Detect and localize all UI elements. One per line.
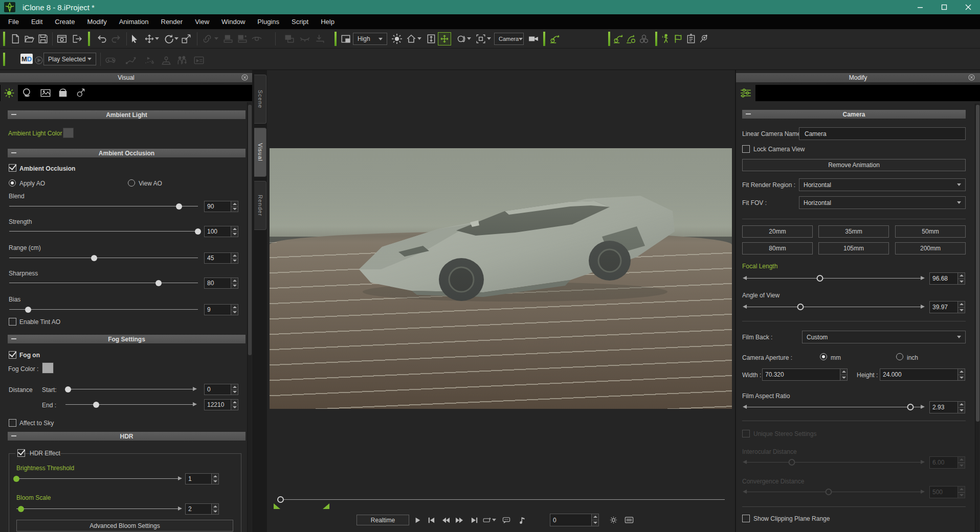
fog-settings-section-header[interactable]: Fog Settings [8,335,246,343]
scrollbar-thumb[interactable] [976,105,979,422]
spin-up-button[interactable] [231,384,238,390]
bloom-scale-slider[interactable] [16,506,178,512]
frame-number-spinbox[interactable]: 0 [550,514,599,526]
spin-down-button[interactable] [231,259,238,264]
spin-up-button[interactable] [592,514,598,520]
save-project-icon[interactable] [36,32,50,45]
spin-down-button[interactable] [231,405,238,410]
film-aspect-ratio-slider[interactable] [747,404,921,410]
spin-up-button[interactable] [231,278,238,284]
menu-create[interactable]: Create [49,14,81,29]
menu-help[interactable]: Help [315,14,341,29]
go-to-end-button[interactable] [470,515,480,525]
render-view[interactable] [270,148,732,409]
spin-down-button[interactable] [231,207,238,212]
motion-director-logo[interactable]: MD [20,54,33,64]
close-icon[interactable] [241,74,248,81]
focal-20mm-button[interactable]: 20mm [742,225,813,238]
range-end-marker[interactable] [323,503,329,509]
spin-up-button[interactable] [958,273,965,279]
fog-end-spinbox[interactable]: 12210 [204,399,238,410]
blend-spinbox[interactable]: 90 [204,201,238,212]
fog-color-swatch[interactable] [42,362,54,374]
constraint-pin-icon[interactable] [697,32,710,45]
lens-tab-icon[interactable] [18,85,36,101]
viewport[interactable]: Realtime 0 [267,70,735,532]
physics-curve-icon[interactable] [548,32,562,45]
timeline-playhead[interactable] [277,496,284,503]
spin-down-button[interactable] [958,375,965,381]
focal-length-spinbox[interactable]: 96.68 [929,272,965,285]
strength-spinbox[interactable]: 100 [204,226,238,237]
film-aspect-ratio-value[interactable]: 2.93 [930,402,957,413]
slider-handle[interactable] [816,275,823,282]
menu-window[interactable]: Window [215,14,251,29]
spin-down-button[interactable] [212,479,218,484]
slider-handle[interactable] [155,280,162,286]
slider-track[interactable] [747,278,921,279]
spin-up-button[interactable] [958,302,965,308]
spin-down-button[interactable] [958,308,965,313]
rotate-tool-icon[interactable] [162,32,175,45]
enable-tint-ao-checkbox[interactable] [9,318,16,326]
slider-handle[interactable] [25,307,31,313]
ambient-light-section-header[interactable]: Ambient Light [8,110,246,119]
bias-spinbox[interactable]: 9 [204,304,238,315]
undo-icon[interactable] [95,32,108,45]
slider-handle[interactable] [13,476,19,482]
play-button[interactable] [413,515,423,525]
slider-track[interactable] [16,508,178,509]
menu-animation[interactable]: Animation [113,14,155,29]
focal-length-slider[interactable] [747,275,921,282]
collapse-icon[interactable] [746,113,751,114]
affect-to-sky-checkbox[interactable] [9,419,16,427]
caption-button[interactable] [501,515,511,525]
film-height-value[interactable]: 24.000 [880,369,957,380]
film-height-spinbox[interactable]: 24.000 [880,368,965,381]
slider-handle[interactable] [176,203,182,210]
slider-track[interactable] [9,309,198,310]
spin-up-button[interactable] [231,253,238,259]
aperture-inch-radio[interactable] [896,353,903,360]
focal-80mm-button[interactable]: 80mm [742,242,813,255]
spin-up-button[interactable] [231,400,238,405]
spin-down-button[interactable] [231,310,238,315]
orbit-view-icon[interactable] [454,32,467,45]
brightness-threshold-value[interactable]: 1 [186,474,211,484]
blend-slider[interactable] [9,203,198,210]
spin-up-button[interactable] [958,369,965,375]
focal-105mm-button[interactable]: 105mm [818,242,889,255]
menu-view[interactable]: View [189,14,215,29]
remove-animation-button[interactable]: Remove Animation [742,159,966,171]
realtime-light-icon[interactable] [390,32,404,45]
spin-down-button[interactable] [212,510,218,515]
render-list-icon[interactable] [684,32,698,45]
new-project-icon[interactable] [9,32,22,45]
maximize-button[interactable] [932,0,956,14]
home-options-caret-icon[interactable] [417,37,421,40]
camera-section-header[interactable]: Camera [742,110,966,119]
focal-length-value[interactable]: 96.68 [930,273,957,284]
strength-value[interactable]: 100 [205,226,231,237]
collapse-icon[interactable] [11,152,16,153]
show-clipping-plane-range-checkbox[interactable] [742,515,750,522]
menu-edit[interactable]: Edit [25,14,49,29]
bias-slider[interactable] [9,307,198,313]
film-back-dropdown[interactable]: Custom [802,331,966,343]
visual-panel-scrollbar[interactable] [247,102,252,532]
spin-up-button[interactable] [231,226,238,232]
fit-render-region-dropdown[interactable]: Horizontal [799,178,966,191]
ambient-occlusion-section-header[interactable]: Ambient Occlusion [8,149,246,157]
film-width-spinbox[interactable]: 70.320 [762,368,848,381]
orbit-options-caret-icon[interactable] [467,37,471,40]
loop-options-caret-icon[interactable] [492,519,496,521]
apply-ao-radio[interactable] [9,179,16,187]
slider-handle[interactable] [91,255,97,261]
spin-up-button[interactable] [231,305,238,310]
rotate-options-caret-icon[interactable] [174,37,179,40]
flag-icon[interactable] [672,32,685,45]
spin-down-button[interactable] [840,375,847,381]
fog-end-value[interactable]: 12210 [205,400,231,410]
close-button[interactable] [956,0,980,14]
spin-down-button[interactable] [231,232,238,237]
